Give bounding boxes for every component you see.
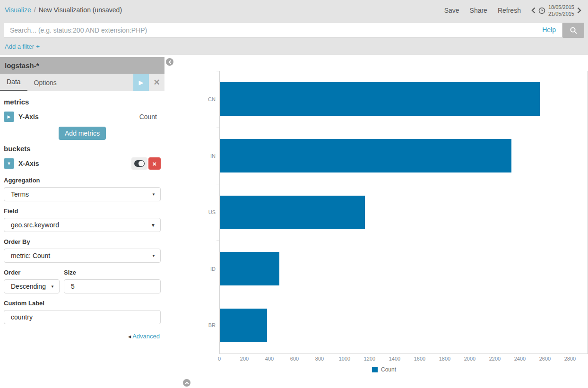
chevron-up-icon [185,381,189,385]
metrics-heading: metrics [4,98,161,106]
discard-changes-button[interactable]: ✕ [149,74,164,91]
time-back-button[interactable] [531,7,536,14]
time-forward-button[interactable] [577,7,581,14]
legend-swatch [372,367,378,372]
buckets-heading: buckets [4,145,161,153]
search-row: Help [4,23,584,38]
clock-icon[interactable] [538,7,545,14]
play-icon: ▶ [139,79,144,86]
category-label-BR: BR [191,297,216,354]
x-tick-label-600: 600 [280,356,309,362]
x-tick-label-1000: 1000 [330,356,359,362]
breadcrumb-page-title: New Visualization (unsaved) [39,6,122,14]
nav-actions: Save Share Refresh 18/05/2015 21/05/2015 [444,4,581,17]
add-filter-bar: Add a filter+ [5,43,40,50]
category-label-CN: CN [191,71,216,128]
aggregation-label: Aggregation [4,177,161,184]
date-range[interactable]: 18/05/2015 21/05/2015 [548,4,574,17]
close-icon: ✕ [153,78,160,87]
order-select[interactable]: Descending ▼ [4,279,60,293]
index-pattern-name: logstash-* [5,61,39,69]
aggregation-selected-value: Terms [11,190,29,198]
chart-right-border [587,71,588,354]
add-metrics-wrap: Add metrics [4,127,161,140]
y-axis-tick [216,71,219,71]
top-bar: Visualize/New Visualization (unsaved) Sa… [0,0,588,55]
metric-y-axis-row: ▶ Y-Axis Count [4,110,161,124]
enable-bucket-toggle[interactable] [131,157,147,170]
x-tick-label-1400: 1400 [380,356,409,362]
x-tick-label-1200: 1200 [355,356,384,362]
chart-bar-CN[interactable] [220,82,540,116]
chevron-right-icon: ▶ [8,114,11,119]
size-label: Size [64,269,161,276]
y-axis-tick [216,297,219,297]
x-tick-label-2400: 2400 [506,356,534,362]
size-input[interactable] [64,279,161,293]
caret-down-icon: ▼ [151,223,156,228]
field-label: Field [4,207,161,215]
apply-changes-button[interactable]: ▶ [133,74,149,91]
bucket-x-axis-row: ▼ X-Axis × [4,156,161,171]
add-filter-link[interactable]: Add a filter [5,43,34,50]
aggregation-select[interactable]: Terms ▼ [4,187,161,201]
bucket-label[interactable]: X-Axis [18,160,39,167]
chevron-left-icon [531,7,536,14]
order-label: Order [4,269,60,276]
x-tick-label-400: 400 [255,356,284,362]
legend-item-count[interactable]: Count [372,366,396,373]
x-tick-label-800: 800 [305,356,334,362]
expand-metric-button[interactable]: ▶ [4,112,14,122]
chevron-left-icon [168,60,172,64]
share-button[interactable]: Share [470,7,487,14]
x-tick-label-2000: 2000 [456,356,484,362]
search-input[interactable] [4,23,562,38]
chart-bar-BR[interactable] [220,309,267,342]
y-axis-tick [216,184,219,184]
field-select[interactable]: geo.src.keyword ▼ [4,218,161,232]
tab-options[interactable]: Options [27,74,63,91]
metric-label[interactable]: Y-Axis [18,113,39,121]
custom-label-input[interactable] [4,310,161,324]
legend-label: Count [381,366,396,373]
x-tick-label-2800: 2800 [556,356,584,362]
chart-bar-IN[interactable] [220,139,511,172]
breadcrumb-visualize-link[interactable]: Visualize [5,6,31,14]
custom-label-label: Custom Label [4,300,161,307]
date-from: 18/05/2015 [548,4,574,10]
tabs-spacer [63,74,133,91]
tab-data[interactable]: Data [0,74,27,91]
search-button[interactable] [562,23,584,38]
collapse-bucket-button[interactable]: ▼ [4,158,14,169]
x-axis-line [219,354,588,354]
order-by-select[interactable]: metric: Count ▼ [4,249,161,263]
order-selected-value: Descending [11,283,46,290]
visualization-editor-sidebar: logstash-* Data Options ▶ ✕ metrics ▶ Y-… [0,57,164,388]
order-by-label: Order By [4,238,161,245]
caret-down-icon: ▼ [152,254,156,258]
advanced-toggle-link[interactable]: ◀Advanced [128,333,160,340]
collapse-spy-panel-button[interactable] [183,379,190,387]
toggle-icon [134,160,145,167]
x-tick-label-1600: 1600 [406,356,434,362]
y-axis-tick [216,128,219,128]
refresh-button[interactable]: Refresh [498,7,521,14]
x-tick-label-0: 0 [205,356,233,362]
chevron-down-icon: ▼ [7,161,11,166]
order-size-row: Order Descending ▼ Size [4,263,161,293]
plus-icon[interactable]: + [36,43,40,50]
help-link[interactable]: Help [542,26,556,34]
collapse-sidebar-button[interactable] [166,58,173,66]
chart-bar-ID[interactable] [220,252,279,285]
remove-bucket-button[interactable]: × [148,157,161,170]
chart-bar-US[interactable] [220,196,365,229]
save-button[interactable]: Save [444,7,459,14]
x-tick-label-2200: 2200 [481,356,509,362]
add-metrics-button[interactable]: Add metrics [59,127,106,140]
category-label-IN: IN [191,128,216,184]
category-label-US: US [191,184,216,241]
time-picker: 18/05/2015 21/05/2015 [531,4,581,17]
order-by-selected-value: metric: Count [11,252,50,259]
close-icon: × [153,160,157,168]
x-tick-label-2600: 2600 [531,356,559,362]
